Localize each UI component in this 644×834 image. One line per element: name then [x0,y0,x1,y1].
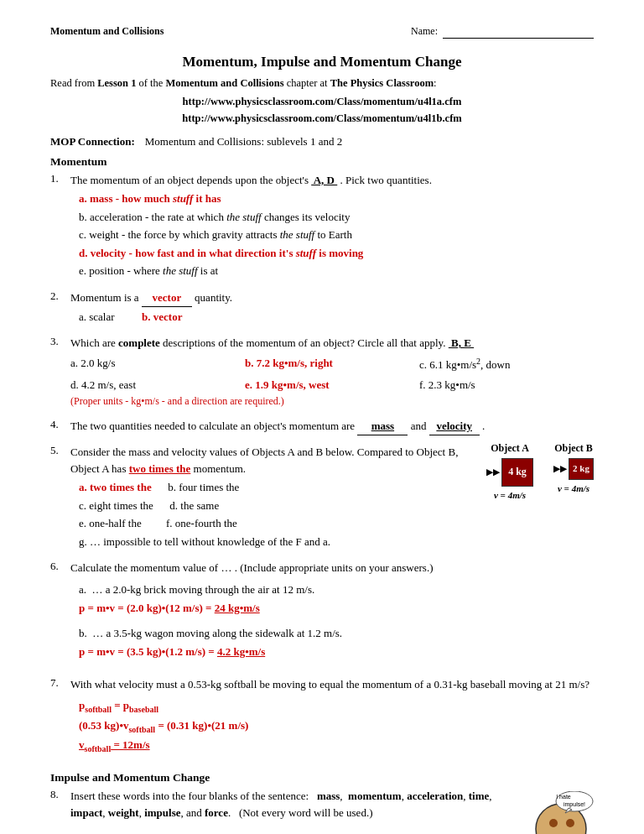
q3-answer: B, E [449,336,474,349]
question-1: 1. The momentum of an object depends upo… [50,172,594,281]
svg-point-1 [549,819,558,827]
q5-answer: two times the [129,462,191,475]
object-a-velocity: v = 4m/s [494,488,526,503]
question-5: 5. Consider the mass and velocity values… [50,444,594,551]
q5-options: a. two times the b. four times the c. ei… [70,479,478,550]
subject-label: Momentum and Collisions [50,25,164,39]
objects-image: Object A ▶▶ 4 kg v = 4m/s Object B [486,440,594,503]
page-title: Momentum, Impulse and Momentum Change [50,54,594,70]
object-b-mass: 2 kg [569,458,594,480]
header: Momentum and Collisions Name: [50,25,594,39]
object-b-velocity: v = 4m/s [558,482,589,496]
object-a: Object A ▶▶ 4 kg v = 4m/s [486,440,533,503]
question-8: 8. Insert these words into the four blan… [50,788,594,834]
question-3: 3. Which are complete descriptions of th… [50,335,594,409]
q4-ans2: velocity [429,418,480,435]
q3-options: a. 2.0 kg/s b. 7.2 kg•m/s, right c. 6.1 … [70,355,594,394]
q2-answer: vector [142,289,192,307]
read-from-line: Read from Lesson 1 of the Momentum and C… [50,77,594,90]
q7-work: psoftball = pbaseball (0.53 kg)•vsoftbal… [70,696,594,756]
section-impulse-title: Impulse and Momentum Change [50,771,594,784]
object-b: Object B ▶▶ 2 kg v = 4m/s [553,440,594,496]
svg-text:I hate: I hate [556,794,571,800]
svg-text:impulse!: impulse! [564,801,585,808]
q4-ans1: mass [357,418,408,435]
section-momentum-title: Momentum [50,155,594,169]
urls: http://www.physicsclassroom.com/Class/mo… [50,93,594,127]
question-list-2: 8. Insert these words into the four blan… [50,788,594,834]
question-2: 2. Momentum is a vector quantity. a. sca… [50,289,594,327]
object-a-mass: 4 kg [501,458,533,487]
question-list: 1. The momentum of an object depends upo… [50,172,594,763]
q3-note: (Proper units - kg•m/s - and a direction… [70,394,594,409]
q1-options: a. mass - how much stuff it has b. accel… [70,190,594,279]
q1-answer: A, D [311,174,337,186]
question-7: 7. With what velocity must a 0.53-kg sof… [50,676,594,763]
q6-part-b: b. … a 3.5-kg wagon moving along the sid… [70,624,594,661]
question-6: 6. Calculate the momentum value of … . (… [50,560,594,668]
name-field: Name: [411,25,594,39]
q6-part-a: a. … a 2.0-kg brick moving through the a… [70,581,594,618]
svg-point-2 [566,819,574,827]
q2-options: a. scalar b. vector [70,309,594,326]
question-4: 4. The two quantities needed to calculat… [50,418,594,435]
impulse-cartoon: I hate impulse! [528,791,594,834]
mop-connection: MOP Connection: Momentum and Collisions:… [50,135,594,149]
name-line[interactable] [443,25,594,39]
